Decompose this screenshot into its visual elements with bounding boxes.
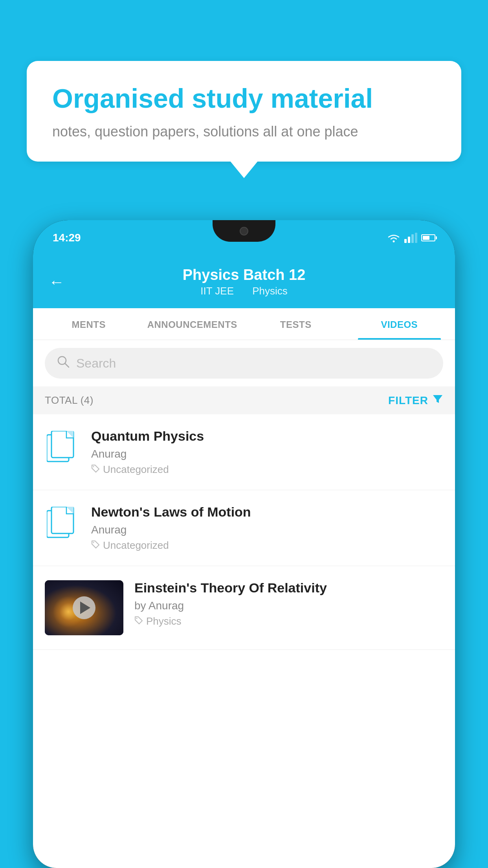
status-time: 14:29 (53, 232, 81, 244)
filter-label: FILTER (388, 394, 428, 407)
tab-videos[interactable]: VIDEOS (348, 308, 451, 340)
video-tag: Physics (146, 615, 182, 627)
document-icon (47, 431, 78, 466)
video-info: Newton's Laws of Motion Anurag Uncategor… (91, 504, 443, 552)
search-bar[interactable]: Search (45, 348, 443, 379)
battery-icon (421, 234, 435, 241)
video-info: Einstein's Theory Of Relativity by Anura… (134, 580, 443, 627)
phone-notch (213, 220, 275, 242)
tag-iitjee: IIT JEE (200, 285, 234, 297)
speech-bubble-subtext: notes, question papers, solutions all at… (52, 123, 436, 140)
document-icon (47, 507, 78, 542)
video-info: Quantum Physics Anurag Uncategorized (91, 428, 443, 476)
list-item[interactable]: Newton's Laws of Motion Anurag Uncategor… (33, 490, 455, 566)
list-item[interactable]: Einstein's Theory Of Relativity by Anura… (33, 566, 455, 650)
video-tag: Uncategorized (103, 539, 169, 552)
tabs-bar: MENTS ANNOUNCEMENTS TESTS VIDEOS (33, 308, 455, 340)
search-placeholder[interactable]: Search (76, 356, 116, 371)
speech-bubble: Organised study material notes, question… (27, 61, 461, 162)
status-icons (387, 233, 435, 243)
video-author: by Anurag (134, 600, 443, 612)
search-bar-container: Search (33, 340, 455, 386)
status-bar: 14:29 (33, 220, 455, 256)
video-title: Einstein's Theory Of Relativity (134, 580, 443, 596)
speech-bubble-headline: Organised study material (52, 83, 436, 115)
video-tag-row: Uncategorized (91, 463, 443, 476)
app-subtitle: IIT JEE Physics (76, 285, 412, 297)
video-tag-row: Physics (134, 615, 443, 627)
tag-icon (91, 464, 100, 475)
video-title: Newton's Laws of Motion (91, 504, 443, 520)
tag-physics: Physics (252, 285, 288, 297)
tag-icon (134, 616, 143, 627)
play-button[interactable] (73, 596, 95, 619)
tab-ments[interactable]: MENTS (37, 308, 141, 340)
app-title: Physics Batch 12 (76, 267, 412, 283)
phone-content: ← Physics Batch 12 IIT JEE Physics MENTS… (33, 256, 455, 868)
header-title-group: Physics Batch 12 IIT JEE Physics (76, 267, 412, 297)
svg-point-11 (136, 618, 138, 619)
signal-icon (404, 233, 417, 243)
svg-line-2 (65, 364, 69, 367)
svg-rect-4 (51, 431, 73, 458)
filter-row: TOTAL (4) FILTER (33, 386, 455, 414)
svg-point-0 (393, 241, 395, 243)
svg-rect-8 (51, 507, 73, 533)
svg-point-6 (93, 466, 94, 467)
wifi-icon (387, 233, 400, 243)
video-thumbnail (45, 580, 123, 635)
video-tag: Uncategorized (103, 463, 169, 476)
filter-button[interactable]: FILTER (388, 394, 443, 407)
camera-dot (240, 227, 248, 235)
play-triangle-icon (80, 601, 90, 614)
video-author: Anurag (91, 524, 443, 536)
svg-point-10 (93, 542, 94, 543)
tag-icon (91, 540, 100, 551)
video-list: Quantum Physics Anurag Uncategorized (33, 414, 455, 650)
doc-icon-wrapper (45, 431, 80, 466)
tab-announcements[interactable]: ANNOUNCEMENTS (141, 308, 244, 340)
app-header: ← Physics Batch 12 IIT JEE Physics (33, 256, 455, 308)
total-count: TOTAL (4) (45, 394, 94, 406)
svg-point-1 (58, 357, 66, 364)
list-item[interactable]: Quantum Physics Anurag Uncategorized (33, 414, 455, 490)
filter-funnel-icon (432, 394, 443, 407)
video-title: Quantum Physics (91, 428, 443, 444)
tab-tests[interactable]: TESTS (244, 308, 348, 340)
video-author: Anurag (91, 448, 443, 460)
doc-icon-wrapper (45, 507, 80, 542)
search-icon (57, 355, 70, 371)
back-button[interactable]: ← (49, 274, 64, 290)
video-tag-row: Uncategorized (91, 539, 443, 552)
phone-frame: 14:29 (33, 220, 455, 868)
